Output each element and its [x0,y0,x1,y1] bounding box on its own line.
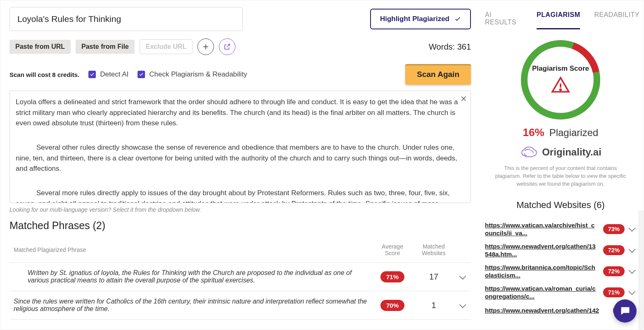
matched-phrases-heading: Matched Phrases (2) [10,220,471,232]
website-link[interactable]: https://www.vatican.va/roman_curia/congr… [485,285,598,301]
score-badge: 72% [603,266,625,276]
detect-ai-checkbox[interactable] [88,71,96,78]
scrollbar[interactable] [639,210,644,330]
plus-icon [202,43,209,50]
chevron-down-icon[interactable] [629,225,636,232]
plagiarism-gauge: Plagiarism Score [519,38,602,121]
exclude-url-button[interactable]: Exclude URL [140,39,193,54]
col-avg-score: Average Score [372,237,413,263]
table-row: Written by St. ignatius of loyola, the R… [10,263,471,291]
col-matched-websites: Matched Websites [413,237,454,263]
disclaimer-text: This is the percent of your content that… [482,165,639,188]
document-content-area[interactable]: ✕ Loyola offers a delineated and strict … [10,91,471,203]
matched-phrases-table: Matched Plagiarized Phrase Average Score… [10,237,471,320]
col-phrase: Matched Plagiarized Phrase [10,237,372,263]
score-badge: 73% [603,224,625,234]
website-link[interactable]: https://www.britannica.com/topic/Scholas… [485,263,598,280]
chevron-down-icon[interactable] [629,246,636,253]
chevron-down-icon[interactable] [459,301,466,308]
plagiarism-word: Plagiarized [549,127,599,139]
document-title-input[interactable] [10,7,243,31]
check-icon [90,72,95,77]
add-button[interactable] [197,38,214,55]
paste-from-url-button[interactable]: Paste from URL [10,40,71,54]
warning-icon [551,75,570,95]
svg-point-5 [560,89,561,91]
tab-readability[interactable]: READABILITY [594,11,639,29]
brand-logo: Originality.ai [520,146,601,159]
chevron-down-icon[interactable] [629,267,636,274]
close-icon[interactable]: ✕ [459,94,468,103]
brand-name: Originality.ai [542,146,601,158]
plagiarism-percent: 16% [523,126,544,139]
share-icon [223,43,231,50]
matched-websites-list: https://www.vatican.va/archive/hist_coun… [482,219,639,318]
chevron-down-icon[interactable] [459,273,466,280]
score-badge: 72% [603,245,625,255]
brain-icon [520,146,538,159]
content-paragraph: Several other rules directly showcase th… [16,142,458,174]
check-icon [454,16,461,22]
matched-websites-heading: Matched Websites (6) [482,200,639,210]
highlight-plagiarized-label: Highlight Plagiarized [380,15,449,23]
highlight-plagiarized-button[interactable]: Highlight Plagiarized [370,9,471,29]
gauge-title: Plagiarism Score [532,65,589,73]
phrase-text: Since the rules were written for Catholi… [10,291,372,320]
website-row: https://www.newadvent.org/cathen/13548a.… [482,240,639,261]
scan-again-button[interactable]: Scan Again [405,64,471,85]
score-badge: 71% [603,287,625,297]
table-row: Since the rules were written for Catholi… [10,291,471,320]
content-paragraph: Several more rules directly apply to iss… [16,188,458,203]
word-count-label: Words: 361 [429,42,471,52]
chevron-down-icon[interactable] [629,288,636,295]
website-link[interactable]: https://www.vatican.va/archive/hist_coun… [485,221,598,237]
score-badge: 70% [380,300,404,311]
paste-from-file-button[interactable]: Paste from File [76,40,135,54]
chat-widget-button[interactable] [613,299,637,323]
website-row: https://www.vatican.va/archive/hist_coun… [482,219,639,240]
check-plagiarism-label: Check Plagiarism & Readability [149,70,247,79]
check-plagiarism-checkbox[interactable] [138,71,145,78]
site-count: 1 [413,291,454,320]
content-paragraph: Loyola offers a delineated and strict fr… [16,97,458,129]
share-button[interactable] [219,38,235,55]
phrase-text: Written by St. ignatius of loyola, the R… [10,263,372,291]
website-link[interactable]: https://www.newadvent.org/cathen/142 [485,306,608,315]
check-icon [139,72,144,77]
detect-ai-label: Detect AI [100,70,128,79]
score-badge: 71% [380,271,404,282]
website-link[interactable]: https://www.newadvent.org/cathen/13548a.… [485,242,598,258]
chat-icon [619,305,631,317]
tab-plagiarism[interactable]: PLAGIARISM [537,11,580,29]
multilanguage-note: Looking for our multi-language version? … [10,206,471,213]
website-row: https://www.vatican.va/roman_curia/congr… [482,282,639,303]
scan-cost-label: Scan will cost 8 credits. [10,71,79,78]
site-count: 17 [413,263,454,291]
website-row: https://www.britannica.com/topic/Scholas… [482,261,639,282]
tab-ai-results[interactable]: AI RESULTS [485,11,523,29]
